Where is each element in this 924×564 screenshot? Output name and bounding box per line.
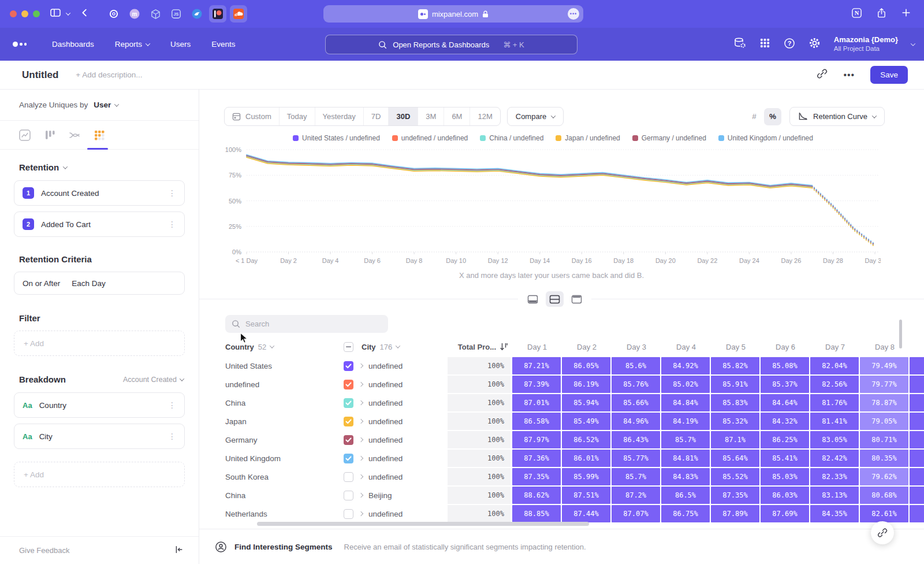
share-icon[interactable] [876,8,887,21]
settings-gear-icon[interactable] [808,37,821,51]
retention-value-cell[interactable]: 85.6% [612,357,660,374]
table-row[interactable]: United Kingdomundefined100%87.36%86.01%8… [225,449,924,467]
mixpanel-logo[interactable] [13,42,27,47]
retention-value-cell[interactable]: 87.35% [711,487,759,504]
retention-value-cell[interactable]: 86.25% [761,431,809,448]
retention-value-cell[interactable]: 82.56% [810,376,859,393]
save-button[interactable]: Save [870,66,908,84]
retention-value-cell[interactable]: 85.02% [661,376,710,393]
retention-value-cell[interactable]: 85.83% [711,394,759,411]
help-icon[interactable]: ? [784,38,795,51]
day-column-header[interactable]: Day 4 [661,343,711,351]
retention-value-cell[interactable]: 87.51% [562,487,610,504]
retention-value-cell[interactable]: 87.01% [512,394,561,411]
retention-value-cell[interactable]: 87.44% [562,505,610,522]
pinned-tab-js-icon[interactable]: JS [167,5,185,23]
criteria-operator[interactable]: On or After [23,279,60,288]
day-column-header[interactable]: Day 2 [562,343,612,351]
nav-item-reports[interactable]: Reports [115,40,150,49]
chart-type-dropdown[interactable]: Retention Curve [789,107,885,126]
retention-value-cell[interactable]: 83.05% [810,431,859,448]
expand-row-icon[interactable] [359,437,363,442]
share-floating-button[interactable] [871,521,894,544]
format-option-percent[interactable]: % [764,108,781,125]
retention-value-cell[interactable]: 85.91% [711,376,759,393]
retention-value-cell[interactable]: 85.49% [562,413,610,430]
table-row[interactable]: Germanyundefined100%87.97%86.52%86.43%85… [225,431,924,449]
day-column-header[interactable]: Day 6 [761,343,810,351]
retention-value-cell[interactable]: 80.68% [860,487,908,504]
retention-value-cell[interactable]: 84.92% [661,357,710,374]
global-search[interactable]: Open Reports & Dashboards ⌘ + K [325,35,578,54]
expand-row-icon[interactable] [359,474,363,479]
retention-value-cell[interactable]: 84.81% [661,450,710,467]
retention-value-cell[interactable]: 82.33% [810,468,859,485]
retention-value-cell[interactable]: 79.62% [860,468,908,485]
retention-value-cell[interactable]: 81.41% [810,413,859,430]
retention-value-cell[interactable]: 81.76% [810,394,859,411]
retention-value-cell[interactable]: 84.84% [661,394,710,411]
day-column-header[interactable]: Day 5 [711,343,761,351]
horizontal-scrollbar-thumb[interactable] [257,522,589,526]
retention-value-cell[interactable]: 82.04% [810,357,859,374]
date-range-yesterday[interactable]: Yesterday [315,107,363,125]
zoom-window-button[interactable] [33,10,40,17]
pinned-tab-ring-icon[interactable] [105,5,122,23]
retention-value-cell[interactable]: 86.05% [562,357,610,374]
address-bar[interactable]: mixpanel.com ••• [323,5,583,23]
expand-row-icon[interactable] [359,400,363,405]
pinned-tab-patreon-icon[interactable] [209,5,226,23]
date-range-today[interactable]: Today [279,107,315,125]
view-toggle-chart-only[interactable] [524,291,542,307]
retention-value-cell[interactable]: 84.64% [761,394,809,411]
browser-sidebar-icon[interactable] [50,7,61,21]
day-column-header[interactable]: Day 3 [612,343,661,351]
retention-value-cell[interactable]: 84.96% [612,413,660,430]
retention-value-cell[interactable]: 86.03% [761,487,809,504]
retention-value-cell[interactable]: 85.32% [711,413,759,430]
retention-value-cell[interactable]: 88.62% [512,487,561,504]
retention-value-cell[interactable]: 80.71% [860,431,908,448]
legend-item[interactable]: undefined / undefined [392,134,468,142]
retention-value-cell[interactable]: 84.19% [661,413,710,430]
date-range-30d[interactable]: 30D [388,107,418,125]
date-range-12m[interactable]: 12M [470,107,500,125]
row-checkbox[interactable] [344,417,353,426]
table-row[interactable]: Japanundefined100%86.58%85.49%84.96%84.1… [225,412,924,431]
legend-item[interactable]: United Kingdom / undefined [718,134,813,142]
step-menu-icon[interactable]: ⋮ [168,189,176,197]
page-more-icon[interactable]: ••• [568,8,579,20]
step-menu-icon[interactable]: ⋮ [168,220,176,228]
breakdown-city[interactable]: AaCity⋮ [14,424,185,449]
retention-value-cell[interactable]: 79.49% [860,357,908,374]
city-column-header[interactable]: City 176 [344,342,448,352]
more-options-icon[interactable]: ••• [843,70,855,80]
retention-value-cell[interactable]: 80.35% [860,450,908,467]
tab-retention[interactable] [92,128,106,142]
pinned-tab-soundcloud-icon[interactable] [230,5,247,23]
retention-value-cell[interactable]: 85.66% [612,394,660,411]
nav-item-events[interactable]: Events [211,40,235,49]
retention-value-cell[interactable]: 87.97% [512,431,561,448]
retention-value-cell[interactable]: 83.13% [810,487,859,504]
row-checkbox[interactable] [344,380,353,389]
format-option-count[interactable]: # [746,108,763,125]
tab-funnels[interactable] [43,128,57,142]
row-checkbox[interactable] [344,472,353,482]
row-checkbox[interactable] [344,435,353,445]
date-range-6m[interactable]: 6M [444,107,470,125]
pinned-tab-bird-icon[interactable] [188,5,206,23]
data-management-icon[interactable] [733,37,746,51]
legend-item[interactable]: China / undefined [480,134,543,142]
retention-value-cell[interactable]: 85.64% [711,450,759,467]
back-icon[interactable] [80,8,90,20]
legend-item[interactable]: Germany / undefined [632,134,706,142]
criteria-interval[interactable]: Each Day [72,279,106,288]
view-toggle-table-only[interactable] [568,291,586,307]
expand-row-icon[interactable] [359,493,363,498]
retention-value-cell[interactable]: 85.7% [661,431,710,448]
analyze-uniques-row[interactable]: Analyze Uniques by User [0,90,199,121]
table-search-input[interactable]: Search [225,315,388,333]
retention-value-cell[interactable]: 88.85% [512,505,561,522]
retention-value-cell[interactable]: 86.52% [562,431,610,448]
